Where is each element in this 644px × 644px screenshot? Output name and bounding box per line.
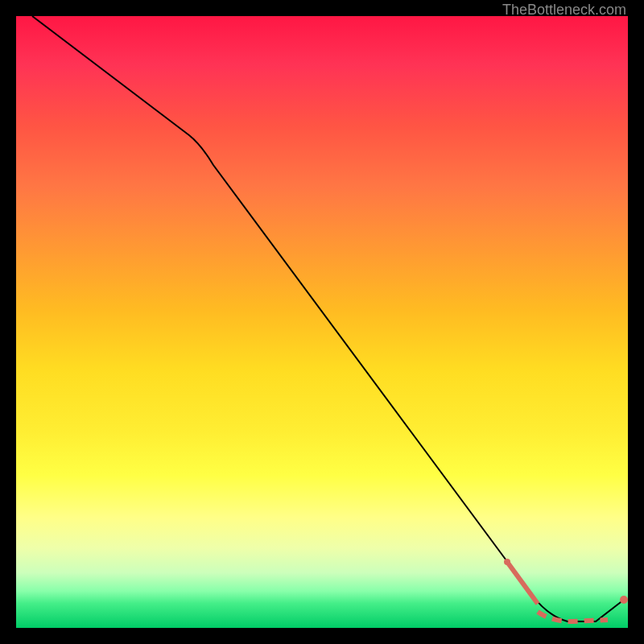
chart-svg — [16, 16, 628, 628]
start-highlight-dot — [504, 559, 510, 565]
main-curve — [32, 16, 624, 621]
highlight-descent — [507, 562, 538, 604]
watermark-text: TheBottleneck.com — [502, 2, 626, 19]
end-point-dot — [620, 596, 628, 604]
chart-container — [16, 16, 628, 628]
